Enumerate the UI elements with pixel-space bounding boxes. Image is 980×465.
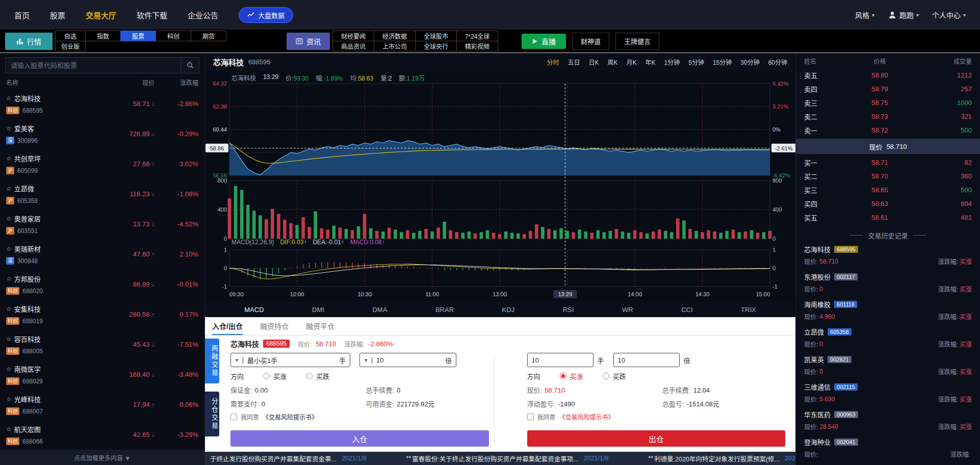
agree-checkbox[interactable] [230,414,237,420]
watchlist-row[interactable]: ☆ 方邦股份 科创 688020 86.89 ↓ -0.01% [0,269,204,299]
indicator-tab[interactable]: TRIX [741,306,756,314]
watchlist-row[interactable]: ☆ 芯海科技 科创 688595 58.71 ↓ -2.86% [0,89,204,119]
watchlist-row[interactable]: ☆ 光峰科技 科创 688007 17.94 ↑ 0.06% [0,390,204,420]
buy-order-row[interactable]: 买三 58.65 500 [804,183,972,197]
buy-up-radio[interactable]: 买涨 [560,371,583,381]
main-menu-item[interactable]: 股票 [50,10,65,20]
search-button[interactable] [180,58,199,73]
period-tab[interactable]: 5分钟 [688,58,704,66]
favorite-star-icon[interactable]: ☆ [6,215,12,222]
period-tab[interactable]: 年K [646,58,656,66]
market-tab[interactable]: 股票 [120,31,156,41]
favorite-star-icon[interactable]: ☆ [6,155,12,162]
ticker-item[interactable]: ** 富春股份:关于终止发行股份购买资产并募集配套资金事项... 2021/1/… [406,454,609,463]
style-menu[interactable]: 风格 ▾ [855,10,874,20]
period-tab[interactable]: 15分钟 [713,58,732,66]
ticker-item[interactable]: ** 利德曼:2020年向特定对象发行股票预案(修... 2021/1... [648,454,795,463]
main-menu-item[interactable]: 首页 [14,10,30,20]
news-tab[interactable]: 上市公司 [374,41,416,51]
indicator-tab[interactable]: BRAR [435,306,454,314]
favorite-star-icon[interactable]: ☆ [6,366,12,373]
news-tab[interactable]: 7*24全球 [456,31,498,41]
sell-order-row[interactable]: 卖一 58.72 500 [804,123,972,137]
sell-order-row[interactable]: 卖四 58.79 257 [804,82,972,96]
favorite-star-icon[interactable]: ☆ [6,245,12,252]
favorite-star-icon[interactable]: ☆ [6,275,12,282]
tab-caishendao[interactable]: 财神道 [572,33,609,50]
stock-search-input[interactable] [6,58,180,73]
period-tab[interactable]: 五日 [568,58,580,66]
market-tab[interactable]: 期货 [191,31,226,41]
news-tab[interactable]: 全球央行 [415,41,457,51]
history-item[interactable]: 凯莱英 002821 现价: 0 涨跌幅: 买涨 [804,354,972,382]
buy-down-radio[interactable]: 买跌 [603,371,626,381]
period-tab[interactable]: 分时 [547,58,559,66]
watchlist-row[interactable]: ☆ 共创草坪 沪 605099 27.66 ↑ 3.02% [0,149,204,179]
trade-mode-tab[interactable]: 两融交易 [205,339,219,383]
period-tab[interactable]: 月K [627,58,637,66]
market-tab[interactable]: 科创 [156,31,191,41]
news-tab[interactable]: 财经要闻 [332,31,374,41]
buy-down-radio[interactable]: 买跌 [306,371,329,381]
tab-self-select[interactable]: 自选 [55,31,86,41]
news-button[interactable]: 资讯 [287,33,330,50]
watchlist-row[interactable]: ☆ 南微医学 科创 688029 169.40 ↓ -3.48% [0,359,204,390]
indicator-tab[interactable]: DMI [312,306,324,314]
history-item[interactable]: 三维通信 002115 现价: 5.630 涨跌幅: 买涨 [804,382,972,409]
quotes-button[interactable]: 行情 [5,33,53,50]
period-tab[interactable]: 周K [608,58,618,66]
sell-order-row[interactable]: 卖五 58.80 1212 [804,68,972,82]
news-tab[interactable]: 商品资讯 [332,41,374,51]
ticker-item[interactable]: 于终止发行股份购买资产并募集配套资金事... 2021/1/8 [209,454,367,463]
favorite-star-icon[interactable]: ☆ [6,185,12,192]
period-tab[interactable]: 60分钟 [768,58,787,66]
favorite-star-icon[interactable]: ☆ [6,396,12,403]
risk-agreement-link[interactable]: 《交易风险提示书》 [263,412,318,421]
main-menu-item[interactable]: 软件下载 [137,10,167,20]
favorite-star-icon[interactable]: ☆ [6,335,12,343]
watchlist-row[interactable]: ☆ 立昂微 沪 605358 116.23 ↓ -1.08% [0,179,204,209]
watchlist-row[interactable]: ☆ 爱美客 深 300896 726.89 ↓ -0.29% [0,119,204,149]
intraday-chart[interactable]: 64.3262.3860.4456.566.42%3.21%0%-6.42%58… [205,70,795,302]
history-item[interactable]: 立昂微 605358 现价: 0 涨跌幅: 买涨 [804,327,972,354]
agree-checkbox[interactable] [527,414,534,420]
user-menu[interactable]: 跑跑 ▾ [888,10,919,20]
history-item[interactable]: 东港股份 002117 现价: 0 涨跌幅: 买涨 [804,272,972,299]
news-tab[interactable]: 精彩视频 [456,41,498,51]
indicator-tab[interactable]: RSI [563,306,574,314]
leverage-select[interactable]: ▾ 10 倍 [359,353,456,367]
indicator-tab[interactable]: MACD [244,306,264,314]
buy-order-row[interactable]: 买五 58.61 481 [804,211,972,224]
indicator-tab[interactable]: CCI [681,306,692,314]
history-item[interactable]: 华东医药 000963 现价: 28.540 涨跌幅: 买涨 [804,409,972,437]
favorite-star-icon[interactable]: ☆ [6,125,12,132]
indicator-tab[interactable]: DMA [372,306,387,314]
watchlist-row[interactable]: ☆ 奥普家居 沪 603551 13.73 ↓ -4.52% [0,209,204,239]
period-tab[interactable]: 日K [588,58,599,66]
load-more-button[interactable]: 点击加载更多内容 ▼ [0,450,204,465]
close-qty-input[interactable]: 10 [527,353,594,367]
trade-tab[interactable]: 融资平仓 [306,317,334,335]
live-button[interactable]: 直播 [522,34,566,49]
market-data-button[interactable]: 大盘数据 [239,7,293,23]
history-item[interactable]: 登海种业 002041 现价: 涨跌幅: [804,437,972,464]
history-item[interactable]: 芯海科技 688595 现价: 58.710 涨跌幅: 买涨 [804,244,972,272]
favorite-star-icon[interactable]: ☆ [6,95,12,102]
indicator-tab[interactable]: WR [622,306,633,314]
watchlist-row[interactable]: ☆ 安集科技 科创 688019 280.58 ↑ 0.17% [0,299,204,329]
indicator-tab[interactable]: KDJ [502,306,515,314]
watchlist-row[interactable]: ☆ 容百科技 科创 688005 45.43 ↓ -7.51% [0,329,204,359]
quantity-select[interactable]: ▾ 最小买1手 手 [230,353,350,367]
period-tab[interactable]: 1分钟 [664,58,680,66]
open-position-button[interactable]: 入仓 [230,430,489,447]
tab-wangpai[interactable]: 王牌健言 [615,33,659,50]
tab-chinext[interactable]: 创业版 [55,41,86,51]
news-tab[interactable]: 经济数据 [374,31,416,41]
risk-agreement-link[interactable]: 《交易风险提示书》 [559,412,614,421]
trade-tab[interactable]: 入仓/出仓 [212,317,243,335]
close-leverage-input[interactable]: 10 [613,353,680,367]
sell-order-row[interactable]: 卖三 58.75 1000 [804,96,972,110]
sell-order-row[interactable]: 卖二 58.73 321 [804,110,972,123]
main-menu-item[interactable]: 企业公告 [188,10,218,20]
market-tab[interactable]: 指数 [85,31,121,41]
